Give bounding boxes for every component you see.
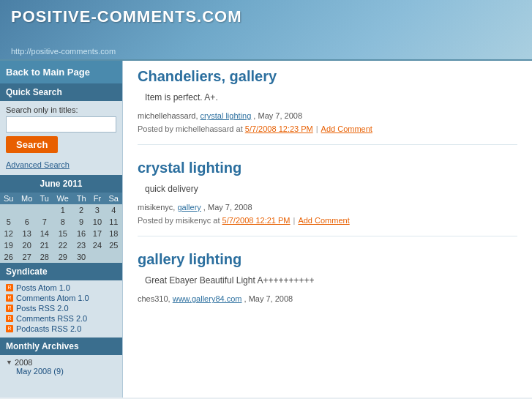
post-title[interactable]: crystal lighting (138, 160, 517, 176)
archive-year: ▼ 2008 (6, 358, 116, 367)
calendar-day-cell[interactable]: 26 (0, 251, 17, 263)
post-title[interactable]: gallery lighting (138, 251, 517, 268)
calendar-week-row: 12131415161718 (0, 228, 122, 239)
syndicate-link[interactable]: Comments Atom 1.0 (16, 294, 89, 302)
calendar-day-header: Mo (17, 193, 37, 204)
calendar-week-row: 567891011 (0, 216, 122, 228)
post-meta-user: michellehassard, (138, 111, 201, 120)
calendar-day-cell[interactable]: 10 (89, 216, 105, 228)
calendar-day-cell[interactable]: 6 (17, 216, 37, 228)
post-body: Item is perfect. A+. (145, 92, 517, 102)
calendar-week-row: 19202122232425 (0, 239, 122, 251)
footer-user: michellehassard (176, 124, 233, 133)
calendar-day-cell[interactable]: 7 (37, 216, 53, 228)
calendar-day-header: Th (73, 193, 89, 204)
calendar-day-header: Sa (105, 193, 122, 204)
calendar-day-cell (0, 204, 17, 216)
post-meta-date: , May 7, 2008 (251, 111, 302, 120)
site-url: http://positive-comments.com (11, 47, 521, 56)
calendar-day-cell[interactable]: 15 (53, 228, 73, 239)
post-meta-link[interactable]: gallery (177, 203, 201, 212)
search-only-label: Search only in titles: (6, 105, 116, 114)
calendar-day-cell[interactable]: 20 (17, 239, 37, 251)
post-meta-user: misikenyc, (138, 203, 177, 212)
site-title: POSITIVE-COMMENTS.COM (11, 7, 521, 26)
calendar-day-cell[interactable]: 8 (53, 216, 73, 228)
syndicate-item: RComments Atom 1.0 (6, 294, 116, 302)
archives-list: ▼ 2008May 2008 (9) (0, 355, 122, 380)
post-meta: michellehassard, crystal lighting , May … (138, 111, 517, 120)
calendar-day-cell[interactable]: 16 (73, 228, 89, 239)
archive-month-link[interactable]: May 2008 (9) (6, 367, 116, 376)
calendar-day-header: Tu (37, 193, 53, 204)
post-meta-date: , May 7, 2008 (201, 203, 252, 212)
archive-month-item: May 2008 (9) (6, 367, 116, 376)
post-body: quick delivery (145, 184, 517, 194)
calendar-day-cell[interactable]: 13 (17, 228, 37, 239)
post-meta-link[interactable]: www.gallery84.com (173, 294, 242, 303)
post-footer: Posted by misikenyc at 5/7/2008 12:21 PM… (138, 216, 517, 225)
calendar-day-cell[interactable]: 3 (89, 204, 105, 216)
calendar-day-header: Fr (89, 193, 105, 204)
calendar-day-cell (105, 251, 122, 263)
calendar-day-cell (37, 204, 53, 216)
calendar-day-cell[interactable]: 2 (73, 204, 89, 216)
post-item: crystal lightingquick deliverymisikenyc,… (138, 160, 517, 236)
syndicate-link[interactable]: Posts Atom 1.0 (16, 283, 70, 292)
quick-search-title: Quick Search (0, 83, 122, 101)
search-input[interactable] (6, 116, 116, 133)
calendar-day-cell[interactable]: 4 (105, 204, 122, 216)
calendar-day-cell[interactable]: 22 (53, 239, 73, 251)
rss-icon: R (6, 325, 13, 332)
post-meta-user: ches310, (138, 294, 173, 303)
syndicate-list: RPosts Atom 1.0RComments Atom 1.0RPosts … (0, 280, 122, 338)
back-to-main-link[interactable]: Back to Main Page (0, 61, 122, 83)
calendar-day-cell[interactable]: 29 (53, 251, 73, 263)
calendar-day-cell[interactable]: 1 (53, 204, 73, 216)
calendar-day-cell[interactable]: 27 (17, 251, 37, 263)
calendar-day-header: We (53, 193, 73, 204)
search-button[interactable]: Search (6, 136, 58, 153)
syndicate-section: Syndicate RPosts Atom 1.0RComments Atom … (0, 263, 122, 338)
calendar-section: June 2011 SuMoTuWeThFrSa 123456789101112… (0, 175, 122, 263)
calendar-day-cell[interactable]: 5 (0, 216, 17, 228)
post-datetime-link[interactable]: 5/7/2008 12:23 PM (245, 124, 313, 133)
calendar-day-cell[interactable]: 21 (37, 239, 53, 251)
quick-search-section: Quick Search Search only in titles: Sear… (0, 83, 122, 175)
main-content: Chandeliers, galleryItem is perfect. A+.… (123, 61, 532, 398)
advanced-search-link[interactable]: Advanced Search (0, 157, 122, 175)
post-meta-link[interactable]: crystal lighting (201, 111, 252, 120)
calendar-day-cell[interactable]: 11 (105, 216, 122, 228)
calendar-day-cell[interactable]: 14 (37, 228, 53, 239)
post-datetime-link[interactable]: 5/7/2008 12:21 PM (222, 216, 291, 225)
syndicate-link[interactable]: Podcasts RSS 2.0 (16, 324, 81, 333)
calendar-day-cell[interactable]: 23 (73, 239, 89, 251)
add-comment-link[interactable]: Add Comment (298, 216, 349, 225)
calendar-table: SuMoTuWeThFrSa 1234567891011121314151617… (0, 193, 122, 263)
posts-container: Chandeliers, galleryItem is perfect. A+.… (138, 68, 517, 318)
calendar-day-cell[interactable]: 19 (0, 239, 17, 251)
triangle-icon: ▼ (6, 359, 12, 366)
syndicate-link[interactable]: Comments RSS 2.0 (16, 314, 87, 323)
calendar-day-cell[interactable]: 30 (73, 251, 89, 263)
rss-icon: R (6, 305, 13, 312)
calendar-header: June 2011 (0, 175, 122, 193)
post-title[interactable]: Chandeliers, gallery (138, 68, 517, 85)
post-meta: ches310, www.gallery84.com , May 7, 2008 (138, 294, 517, 303)
post-item: Chandeliers, galleryItem is perfect. A+.… (138, 68, 517, 145)
calendar-day-cell[interactable]: 18 (105, 228, 122, 239)
calendar-day-cell[interactable]: 12 (0, 228, 17, 239)
calendar-day-cell[interactable]: 25 (105, 239, 122, 251)
calendar-day-cell[interactable]: 28 (37, 251, 53, 263)
post-footer-separator: | (316, 124, 318, 133)
archives-section: Monthly Archives ▼ 2008May 2008 (9) (0, 338, 122, 380)
calendar-day-cell[interactable]: 17 (89, 228, 105, 239)
calendar-day-cell[interactable]: 24 (89, 239, 105, 251)
calendar-day-cell (17, 204, 37, 216)
syndicate-link[interactable]: Posts RSS 2.0 (16, 304, 69, 313)
main-layout: Back to Main Page Quick Search Search on… (0, 61, 532, 398)
add-comment-link[interactable]: Add Comment (321, 124, 372, 133)
post-meta: misikenyc, gallery , May 7, 2008 (138, 203, 517, 212)
calendar-day-cell[interactable]: 9 (73, 216, 89, 228)
post-meta-date: , May 7, 2008 (241, 294, 293, 303)
